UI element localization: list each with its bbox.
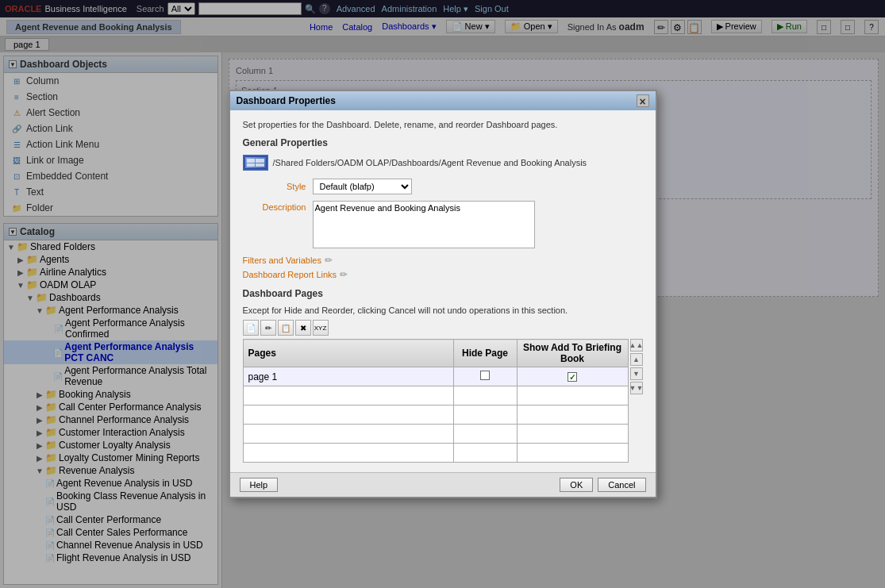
path-icon-cell1 [247,159,256,163]
empty-hide-5 [453,444,517,463]
page-name-cell: page 1 [243,367,453,386]
page-row-2 [243,386,628,405]
empty-hide-3 [453,405,517,425]
cancel-button[interactable]: Cancel [598,478,645,492]
hide-page-col-header: Hide Page [453,340,517,367]
empty-hide-2 [453,386,517,405]
pages-col-header: Pages [243,340,453,367]
rename-page-button[interactable]: ✏ [260,320,276,336]
page-row-1: page 1 ✓ [243,367,628,386]
style-row: Style Default (blafp) Oracle BI Publishe… [243,179,643,194]
pages-scroll: ▲▲ ▲ ▼ ▼▼ [630,339,643,463]
filters-variables-link[interactable]: Filters and Variables [243,256,321,265]
xyz-button[interactable]: XYZ [313,320,329,336]
path-icon [243,155,268,171]
scroll-top-button[interactable]: ▲▲ [630,339,643,352]
dashboard-pages-section: Dashboard Pages Except for Hide and Reor… [243,288,643,463]
filters-edit-icon[interactable]: ✏ [325,255,333,266]
report-links-edit-icon[interactable]: ✏ [340,269,348,280]
modal-overlay: Dashboard Properties × Set properties fo… [0,0,885,588]
modal-close-button[interactable]: × [637,94,649,107]
ok-button[interactable]: OK [560,478,593,492]
pages-table: Pages Hide Page Show Add To Briefing Boo… [243,339,629,463]
path-text: /Shared Folders/OADM OLAP/Dashboards/Age… [273,158,587,167]
page-row-4 [243,425,628,444]
help-button[interactable]: Help [240,478,279,492]
pages-table-container: Pages Hide Page Show Add To Briefing Boo… [243,339,643,463]
dashboard-report-links-row: Dashboard Report Links ✏ [243,269,643,280]
style-label: Style [243,182,306,191]
empty-briefing-2 [517,386,628,405]
empty-page-name-2 [243,386,453,405]
pages-toolbar: 📄 ✏ 📋 ✖ XYZ [243,320,643,336]
empty-page-name-4 [243,425,453,444]
pages-notice: Except for Hide and Reorder, clicking Ca… [243,306,643,315]
modal-title: Dashboard Properties [237,95,336,106]
empty-hide-4 [453,425,517,444]
path-icon-cell2 [256,159,264,163]
page-row-3 [243,405,628,425]
scroll-up-button[interactable]: ▲ [630,353,643,366]
path-icon-cell4 [256,163,264,167]
filters-variables-row: Filters and Variables ✏ [243,255,643,266]
show-briefing-checkbox[interactable]: ✓ [568,372,577,382]
dashboard-pages-heading: Dashboard Pages [243,288,643,299]
page-row-5 [243,444,628,463]
empty-briefing-3 [517,405,628,425]
path-icon-inner [244,156,267,169]
modal-body: Set properties for the Dashboard. Delete… [230,110,656,472]
hide-page-checkbox[interactable] [480,371,490,380]
style-select[interactable]: Default (blafp) Oracle BI Publisher Cust… [313,179,412,194]
scroll-down-button[interactable]: ▼ [630,367,643,380]
show-briefing-col-header: Show Add To Briefing Book [517,340,628,367]
copy-page-button[interactable]: 📋 [278,320,294,336]
dashboard-properties-modal: Dashboard Properties × Set properties fo… [229,90,657,498]
modal-description: Set properties for the Dashboard. Delete… [243,120,643,129]
dashboard-report-links-link[interactable]: Dashboard Report Links [243,270,337,279]
empty-page-name-3 [243,405,453,425]
empty-briefing-5 [517,444,628,463]
modal-titlebar: Dashboard Properties × [230,91,656,110]
empty-page-name-5 [243,444,453,463]
modal-footer: Help OK Cancel [230,472,656,497]
description-label: Description [243,202,306,212]
description-textarea[interactable]: Agent Revenue and Booking Analysis [313,201,535,248]
scroll-bottom-button[interactable]: ▼▼ [630,382,643,394]
hide-page-cell [453,367,517,386]
add-page-button[interactable]: 📄 [243,320,259,336]
description-row: Description Agent Revenue and Booking An… [243,201,643,248]
path-row: /Shared Folders/OADM OLAP/Dashboards/Age… [243,155,643,171]
path-icon-cell3 [247,163,256,167]
show-briefing-cell: ✓ [517,367,628,386]
empty-briefing-4 [517,425,628,444]
delete-page-button[interactable]: ✖ [295,320,311,336]
general-properties-heading: General Properties [243,137,643,148]
